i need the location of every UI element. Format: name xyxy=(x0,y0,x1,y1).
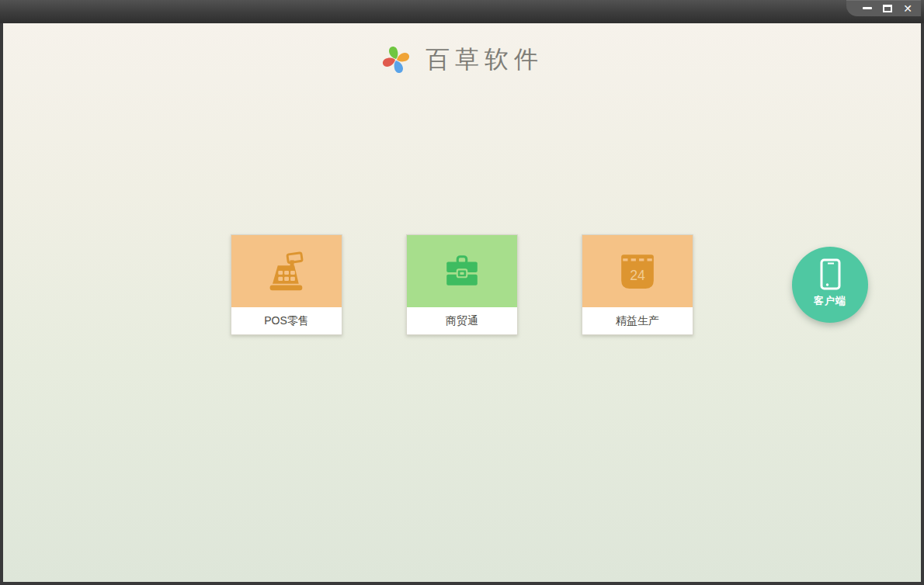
main-content: 百草软件 POS零售 xyxy=(3,23,921,582)
product-label-pos: POS零售 xyxy=(231,307,342,334)
maximize-button[interactable] xyxy=(879,1,896,16)
maximize-icon xyxy=(883,5,892,12)
product-card-pos[interactable]: POS零售 xyxy=(231,234,342,335)
app-title: 百草软件 xyxy=(426,43,544,76)
calendar-icon: 24 xyxy=(618,253,657,290)
pos-card-art xyxy=(231,235,342,307)
pinwheel-logo-icon xyxy=(380,44,412,75)
client-button[interactable]: 客户端 xyxy=(792,247,868,323)
minimize-button[interactable] xyxy=(859,1,876,16)
trade-card-art xyxy=(407,235,517,307)
close-icon: ✕ xyxy=(903,3,912,14)
client-button-label: 客户端 xyxy=(814,294,846,308)
window-controls: ✕ xyxy=(846,0,921,16)
minimize-icon xyxy=(863,7,872,9)
product-card-lean[interactable]: 24 精益生产 xyxy=(582,234,693,335)
calendar-day-number: 24 xyxy=(630,267,645,282)
briefcase-icon xyxy=(442,252,482,291)
product-card-trade[interactable]: 商贸通 xyxy=(406,234,518,335)
close-button[interactable]: ✕ xyxy=(899,1,916,16)
smartphone-icon xyxy=(820,258,841,290)
app-window: ✕ 百草软件 xyxy=(0,0,924,585)
header-logo: 百草软件 xyxy=(3,43,921,76)
titlebar[interactable]: ✕ xyxy=(0,0,924,23)
lean-card-art: 24 xyxy=(582,235,693,307)
product-label-lean: 精益生产 xyxy=(582,307,693,334)
cash-register-icon xyxy=(265,251,308,292)
product-label-trade: 商贸通 xyxy=(407,307,517,334)
